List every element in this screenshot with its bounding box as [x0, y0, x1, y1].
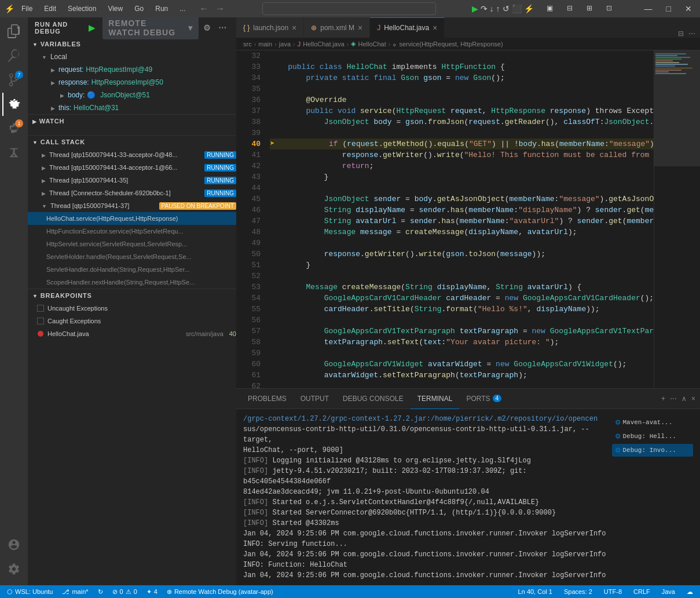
search-input[interactable] — [262, 2, 436, 15]
var-response[interactable]: response: HttpResponseImpl@50 — [28, 76, 236, 89]
tab-pom-close[interactable]: × — [358, 23, 362, 32]
menu-more[interactable]: ... — [177, 3, 188, 14]
tab-problems[interactable]: PROBLEMS — [241, 389, 294, 409]
menu-bar[interactable]: File Edit Selection View Go Run ... — [19, 3, 188, 14]
status-debug-count[interactable]: ✦ 4 — [144, 588, 160, 596]
call-stack-header[interactable]: CALL STACK — [28, 136, 236, 148]
gear-icon[interactable]: ⚙ — [201, 22, 214, 34]
frame-6[interactable]: ScopedHandler.nextHandle(String,Request,… — [28, 276, 236, 289]
status-branch[interactable]: ⎇ main* — [60, 588, 90, 596]
activity-explorer[interactable] — [2, 20, 25, 43]
tab-debug-console[interactable]: DEBUG CONSOLE — [336, 389, 411, 409]
terminal-main[interactable]: /grpc-context/1.27.2/grpc-context-1.27.2… — [243, 414, 607, 581]
panel-collapse-icon[interactable]: ∧ — [681, 395, 687, 403]
menu-view[interactable]: View — [105, 3, 125, 14]
code-content[interactable]: public class HelloChat implements HttpFu… — [265, 50, 654, 388]
var-request[interactable]: request: HttpRequestImpl@49 — [28, 63, 236, 76]
status-spaces[interactable]: Spaces: 2 — [562, 588, 595, 595]
bp-uncaught[interactable]: Uncaught Exceptions — [28, 302, 236, 315]
activity-debug[interactable] — [2, 93, 25, 116]
panel-add-icon[interactable]: + — [661, 395, 665, 403]
status-cursor[interactable]: Ln 40, Col 1 — [516, 588, 555, 595]
more-icon[interactable]: ⋯ — [216, 22, 229, 34]
tab-launch-json[interactable]: { } launch.json × — [236, 17, 304, 38]
more-tabs-icon[interactable]: ⋯ — [688, 30, 695, 38]
thread-1[interactable]: Thread [qtp1500079441-33-acceptor-0@48..… — [28, 148, 236, 161]
status-language[interactable]: Java — [659, 588, 677, 595]
tab-ports[interactable]: PORTS 4 — [459, 389, 508, 409]
layout-split-icon[interactable]: ⊟ — [563, 4, 576, 13]
tab-terminal[interactable]: TERMINAL — [411, 389, 460, 409]
window-close-button[interactable]: ✕ — [681, 4, 695, 13]
layout-grid-icon[interactable]: ⊞ — [583, 4, 596, 13]
minimap[interactable] — [654, 50, 700, 388]
bp-caught-checkbox[interactable] — [37, 318, 44, 324]
terminal-item-debug-hell[interactable]: ⚙ Debug: Hell... — [612, 430, 693, 443]
terminal-item-maven[interactable]: ⚙ Maven-avat... — [612, 416, 693, 429]
window-minimize-button[interactable]: — — [641, 4, 656, 13]
panel-close-icon[interactable]: × — [691, 395, 695, 403]
bc-main[interactable]: main — [258, 41, 272, 48]
terminal-item-debug-invo[interactable]: ⚙ Debug: Invo... — [612, 444, 693, 457]
menu-go[interactable]: Go — [132, 3, 146, 14]
frame-2[interactable]: HttpFunctionExecutor.service(HttpServlet… — [28, 225, 236, 238]
watch-header[interactable]: WATCH — [28, 115, 236, 127]
status-encoding[interactable]: UTF-8 — [602, 588, 624, 595]
debug-restart-icon[interactable]: ↺ — [503, 4, 510, 13]
bc-src[interactable]: src — [243, 41, 252, 48]
tab-output[interactable]: OUTPUT — [294, 389, 336, 409]
frame-5[interactable]: ServletHandler.doHandle(String,Request,H… — [28, 263, 236, 276]
status-debug-session[interactable]: ⊕ Remote Watch Debug (avatar-app) — [164, 588, 276, 596]
search-bar[interactable] — [236, 2, 462, 15]
bc-method[interactable]: service(HttpRequest, HttpResponse) — [399, 41, 503, 48]
code-editor[interactable]: 32333435 36373839 40414243 44454647 4849… — [236, 50, 700, 388]
debug-step-out-icon[interactable]: ↑ — [496, 4, 500, 13]
window-controls[interactable]: ▣ ⊟ ⊞ ⊡ — □ ✕ — [543, 4, 695, 13]
activity-account[interactable] — [2, 533, 25, 556]
bc-file[interactable]: HelloChat.java — [303, 41, 344, 48]
layout-editor-icon[interactable]: ▣ — [543, 4, 556, 13]
nav-forward-button[interactable]: → — [213, 2, 227, 15]
debug-dropdown[interactable]: Remote Watch Debug ▾ — [102, 17, 199, 39]
status-wsl[interactable]: ⬡ WSL: Ubuntu — [5, 588, 55, 596]
activity-settings[interactable] — [2, 557, 25, 581]
thread-2[interactable]: Thread [qtp1500079441-34-acceptor-1@66..… — [28, 161, 236, 174]
nav-back-button[interactable]: ← — [197, 2, 211, 15]
var-body[interactable]: body: 🔵 JsonObject@51 — [28, 89, 236, 101]
thread-4[interactable]: Thread [Connector-Scheduler-6920b0bc-1] … — [28, 187, 236, 199]
var-this[interactable]: this: HelloChat@31 — [28, 101, 236, 114]
debug-more-icon[interactable]: ⚡ — [524, 4, 534, 13]
window-restore-button[interactable]: □ — [663, 4, 675, 13]
sidebar-scrollable[interactable]: VARIABLES Local request: HttpRequestImpl… — [28, 38, 236, 585]
bp-caught[interactable]: Caught Exceptions — [28, 315, 236, 327]
debug-play-icon[interactable]: ▶ — [472, 4, 478, 13]
bp-uncaught-checkbox[interactable] — [37, 305, 44, 312]
menu-edit[interactable]: Edit — [42, 3, 58, 14]
variables-header[interactable]: VARIABLES — [28, 38, 236, 50]
layout-custom-icon[interactable]: ⊡ — [603, 4, 615, 13]
local-group[interactable]: Local — [28, 50, 236, 63]
tab-hellochat-java[interactable]: J HelloChat.java × — [370, 17, 445, 38]
breakpoints-header[interactable]: BREAKPOINTS — [28, 289, 236, 302]
status-cloud[interactable]: ☁ — [684, 588, 695, 596]
bc-java[interactable]: java — [279, 41, 291, 48]
activity-search[interactable] — [2, 44, 25, 67]
panel-more-icon[interactable]: ⋯ — [670, 395, 677, 403]
status-sync[interactable]: ↻ — [96, 588, 105, 596]
debug-stop-icon[interactable]: ⬛ — [512, 4, 522, 13]
activity-source-control[interactable]: 7 — [2, 68, 25, 92]
tab-launch-close[interactable]: × — [292, 23, 296, 32]
tab-hellochat-close[interactable]: × — [433, 23, 437, 32]
split-editor-icon[interactable]: ⊟ — [678, 30, 684, 38]
menu-selection[interactable]: Selection — [65, 3, 98, 14]
status-problems[interactable]: ⊘ 0 ⚠ 0 — [110, 588, 140, 596]
debug-step-over-icon[interactable]: ↷ — [481, 4, 488, 13]
debug-config-dropdown[interactable]: ▶ — [84, 22, 100, 34]
activity-test[interactable] — [2, 141, 25, 165]
tab-pom-xml[interactable]: ⊕ pom.xml M × — [304, 17, 370, 38]
bc-class[interactable]: HelloChat — [358, 41, 386, 48]
thread-3[interactable]: Thread [qtp1500079441-35] RUNNING — [28, 174, 236, 187]
menu-run[interactable]: Run — [153, 3, 170, 14]
bp-hellochat[interactable]: HelloChat.java src/main/java 40 — [28, 327, 236, 340]
frame-4[interactable]: ServletHolder.handle(Request,ServletRequ… — [28, 250, 236, 263]
